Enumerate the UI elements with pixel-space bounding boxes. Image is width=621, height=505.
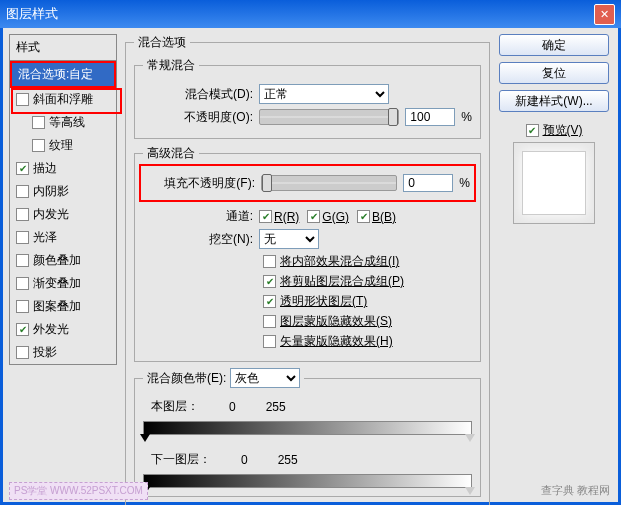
style-label: 外发光 [33,321,69,338]
style-checkbox[interactable] [16,208,29,221]
advanced-blending-group: 高级混合 填充不透明度(F): % 通道: R(R)G(G)B(B) 挖空(N)… [134,145,481,362]
option-checkbox[interactable] [263,335,276,348]
option-checkbox[interactable] [263,315,276,328]
fill-opacity-input[interactable] [403,174,453,192]
channel-checkbox[interactable] [259,210,272,223]
style-label: 光泽 [33,229,57,246]
style-item[interactable]: 纹理 [10,134,116,157]
style-label: 等高线 [49,114,85,131]
under-max: 255 [278,453,298,467]
style-label: 投影 [33,344,57,361]
blend-mode-label: 混合模式(D): [143,86,253,103]
knockout-label: 挖空(N): [143,231,253,248]
opacity-slider[interactable] [259,109,399,125]
under-min: 0 [241,453,248,467]
style-item[interactable]: 内发光 [10,203,116,226]
preview-label: 预览(V) [543,122,583,139]
style-label: 描边 [33,160,57,177]
opacity-input[interactable] [405,108,455,126]
this-max: 255 [266,400,286,414]
option-label: 透明形状图层(T) [280,293,367,310]
style-checkbox[interactable] [16,277,29,290]
blend-if-legend: 混合颜色带(E): [147,371,226,385]
style-item[interactable]: 斜面和浮雕 [10,88,116,111]
preview-swatch [522,151,586,215]
channels-label: 通道: [143,208,253,225]
style-label: 内发光 [33,206,69,223]
style-checkbox[interactable] [32,139,45,152]
this-layer-slider[interactable] [143,421,472,435]
knockout-select[interactable]: 无 [259,229,319,249]
style-label: 图案叠加 [33,298,81,315]
style-label: 颜色叠加 [33,252,81,269]
style-label: 渐变叠加 [33,275,81,292]
blend-options-legend: 混合选项 [134,34,190,51]
style-item[interactable]: 内阴影 [10,180,116,203]
blend-if-channel-select[interactable]: 灰色 [230,368,300,388]
style-label: 斜面和浮雕 [33,91,93,108]
close-button[interactable]: ✕ [594,4,615,25]
new-style-button[interactable]: 新建样式(W)... [499,90,609,112]
style-item[interactable]: 光泽 [10,226,116,249]
styles-list: 混合选项:自定 斜面和浮雕等高线纹理描边内阴影内发光光泽颜色叠加渐变叠加图案叠加… [9,60,117,365]
style-checkbox[interactable] [16,346,29,359]
blend-options-group: 混合选项 常规混合 混合模式(D): 正常 不透明度(O): % 高级混合 [125,34,490,505]
option-label: 将剪贴图层混合成组(P) [280,273,404,290]
channel-label: R(R) [274,210,299,224]
this-layer-label: 本图层： [151,398,199,415]
percent-label-2: % [459,176,470,190]
option-label: 图层蒙版隐藏效果(S) [280,313,392,330]
style-checkbox[interactable] [16,185,29,198]
style-checkbox[interactable] [16,300,29,313]
channel-checkbox[interactable] [307,210,320,223]
style-checkbox[interactable] [16,254,29,267]
channel-checkbox[interactable] [357,210,370,223]
watermark-2: PS学堂 WWW.52PSXT.COM [9,482,148,500]
under-layer-slider[interactable] [143,474,472,488]
style-item[interactable]: 等高线 [10,111,116,134]
style-checkbox[interactable] [16,93,29,106]
watermark-text: 查字典 教程网 [541,483,610,498]
style-checkbox[interactable] [32,116,45,129]
style-item[interactable]: 投影 [10,341,116,364]
option-checkbox[interactable] [263,295,276,308]
cancel-button[interactable]: 复位 [499,62,609,84]
style-item[interactable]: 图案叠加 [10,295,116,318]
general-blending-legend: 常规混合 [143,57,199,74]
style-checkbox[interactable] [16,162,29,175]
fill-opacity-slider[interactable] [261,175,397,191]
fill-opacity-label: 填充不透明度(F): [145,175,255,192]
style-item[interactable]: 描边 [10,157,116,180]
channel-label: G(G) [322,210,349,224]
this-min: 0 [229,400,236,414]
blend-options-selected[interactable]: 混合选项:自定 [10,61,116,88]
style-item[interactable]: 渐变叠加 [10,272,116,295]
style-label: 内阴影 [33,183,69,200]
ok-button[interactable]: 确定 [499,34,609,56]
channel-label: B(B) [372,210,396,224]
blend-if-group: 混合颜色带(E): 灰色 本图层： 0 255 下一图层： 0 255 [134,368,481,497]
option-checkbox[interactable] [263,275,276,288]
preview-checkbox[interactable] [526,124,539,137]
general-blending-group: 常规混合 混合模式(D): 正常 不透明度(O): % [134,57,481,139]
style-label: 纹理 [49,137,73,154]
styles-header: 样式 [9,34,117,60]
dialog-title: 图层样式 [6,5,58,23]
style-item[interactable]: 颜色叠加 [10,249,116,272]
under-layer-label: 下一图层： [151,451,211,468]
style-checkbox[interactable] [16,323,29,336]
opacity-label: 不透明度(O): [143,109,253,126]
style-item[interactable]: 外发光 [10,318,116,341]
percent-label: % [461,110,472,124]
option-label: 将内部效果混合成组(I) [280,253,399,270]
advanced-blending-legend: 高级混合 [143,145,199,162]
option-label: 矢量蒙版隐藏效果(H) [280,333,393,350]
style-checkbox[interactable] [16,231,29,244]
blend-mode-select[interactable]: 正常 [259,84,389,104]
option-checkbox[interactable] [263,255,276,268]
